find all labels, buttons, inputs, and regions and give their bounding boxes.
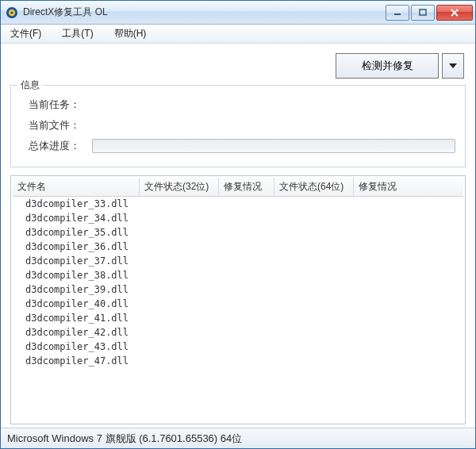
filename-cell: d3dcompiler_38.dll [13,270,140,281]
current-task-row: 当前任务： [21,95,455,114]
table-row[interactable]: d3dcompiler_34.dll [13,211,463,225]
maximize-button[interactable] [411,5,435,21]
table-row[interactable]: d3dcompiler_43.dll [13,340,463,354]
table-row[interactable]: d3dcompiler_33.dll [13,197,463,211]
svg-rect-4 [420,10,426,15]
table-row[interactable]: d3dcompiler_42.dll [13,325,463,340]
app-window: DirectX修复工具 OL 文件(F) 工具(T) 帮助(H) 检测并修复 [0,0,476,449]
action-row: 检测并修复 [9,50,467,80]
table-row[interactable]: d3dcompiler_47.dll [13,354,463,368]
overall-progress-row: 总体进度： [21,136,455,155]
chevron-down-icon [448,61,458,71]
filename-cell: d3dcompiler_37.dll [13,255,140,267]
menu-file[interactable]: 文件(F) [6,25,46,42]
info-groupbox: 信息 当前任务： 当前文件： 总体进度： [10,85,466,167]
current-file-row: 当前文件： [21,116,455,135]
menubar: 文件(F) 工具(T) 帮助(H) [1,25,475,44]
file-list-panel: 文件名 文件状态(32位) 修复情况 文件状态(64位) 修复情况 d3dcom… [10,175,466,424]
filename-cell: d3dcompiler_36.dll [13,241,140,252]
filename-cell: d3dcompiler_42.dll [13,327,140,338]
filename-cell: d3dcompiler_40.dll [13,298,140,309]
app-icon [6,6,18,19]
svg-rect-3 [394,13,401,15]
column-filename[interactable]: 文件名 [13,178,140,196]
action-dropdown-button[interactable] [442,53,464,79]
menu-help[interactable]: 帮助(H) [109,25,152,42]
column-status-32[interactable]: 文件状态(32位) [140,178,219,196]
status-text: Microsoft Windows 7 旗舰版 (6.1.7601.65536)… [7,432,242,446]
filename-cell: d3dcompiler_39.dll [13,284,140,295]
table-row[interactable]: d3dcompiler_40.dll [13,297,463,311]
filename-cell: d3dcompiler_43.dll [13,341,140,352]
svg-point-2 [10,11,13,13]
table-row[interactable]: d3dcompiler_41.dll [13,311,463,325]
current-file-label: 当前文件： [29,118,92,132]
client-area: 检测并修复 信息 当前任务： 当前文件： 总体进度： 文件名 文件状态(32 [1,44,475,428]
table-row[interactable]: d3dcompiler_37.dll [13,254,463,268]
column-status-64[interactable]: 文件状态(64位) [274,178,354,196]
table-row[interactable]: d3dcompiler_35.dll [13,225,463,240]
window-controls [386,5,473,21]
info-legend: 信息 [17,79,43,92]
close-button[interactable] [436,5,473,21]
window-title: DirectX修复工具 OL [23,6,386,19]
overall-progress-bar [92,139,455,153]
table-row[interactable]: d3dcompiler_38.dll [13,268,463,282]
minimize-button[interactable] [386,5,409,21]
overall-progress-label: 总体进度： [29,139,92,153]
action-button-group: 检测并修复 [336,53,464,79]
file-list-body[interactable]: d3dcompiler_33.dlld3dcompiler_34.dlld3dc… [13,197,463,422]
titlebar[interactable]: DirectX修复工具 OL [1,1,475,25]
current-task-label: 当前任务： [29,98,92,112]
file-list-header: 文件名 文件状态(32位) 修复情况 文件状态(64位) 修复情况 [13,178,463,197]
table-row[interactable]: d3dcompiler_36.dll [13,240,463,254]
filename-cell: d3dcompiler_33.dll [13,198,140,209]
filename-cell: d3dcompiler_41.dll [13,313,140,324]
filename-cell: d3dcompiler_34.dll [13,213,140,224]
column-repair-2[interactable]: 修复情况 [354,178,463,196]
filename-cell: d3dcompiler_35.dll [13,227,140,238]
filename-cell: d3dcompiler_47.dll [13,355,140,366]
menu-tools[interactable]: 工具(T) [57,25,98,42]
statusbar: Microsoft Windows 7 旗舰版 (6.1.7601.65536)… [1,428,475,448]
table-row[interactable]: d3dcompiler_39.dll [13,282,463,297]
column-repair-1[interactable]: 修复情况 [219,178,274,196]
detect-repair-button[interactable]: 检测并修复 [336,53,439,79]
